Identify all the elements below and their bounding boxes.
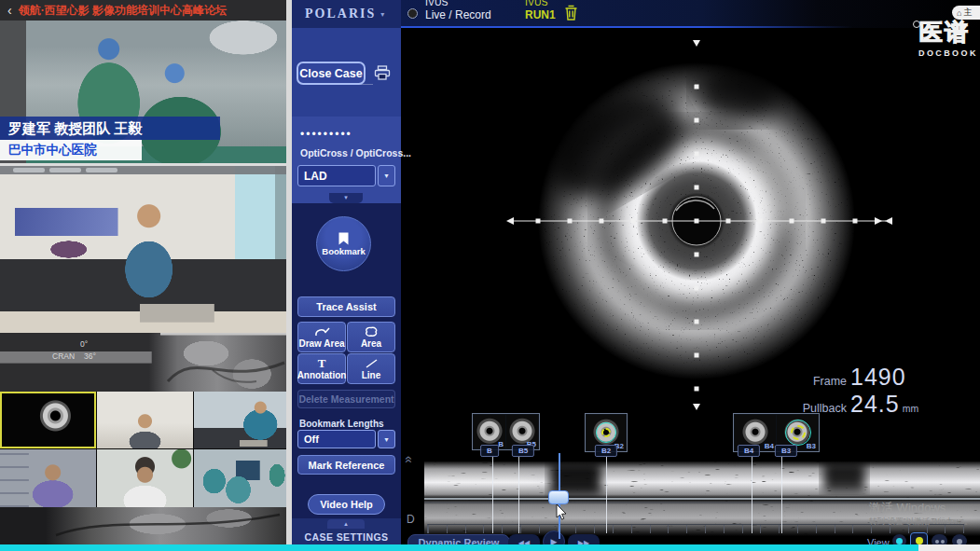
back-chevron-icon[interactable]: ‹: [7, 4, 12, 17]
line-icon: [365, 357, 379, 369]
trace-assist-button[interactable]: Trace Assist: [297, 296, 395, 317]
mouse-cursor: [556, 504, 567, 524]
playhead-handle[interactable]: [548, 490, 569, 504]
close-case-button[interactable]: Close Case: [297, 62, 366, 85]
frame-readout: Frame 1490 Pullback 24.5 mm: [772, 364, 921, 418]
windows-activation-watermark: 激活 Windows 转到“设置”以激活 Windows。: [869, 501, 973, 527]
case-settings-label[interactable]: CASE SETTINGS: [292, 531, 401, 543]
participant-tile[interactable]: [0, 449, 96, 507]
bookmark-lengths-label: Bookmark Lengths: [299, 419, 384, 429]
home-button[interactable]: ⌂ 主: [952, 6, 980, 20]
brand-cn: 医谱: [919, 17, 980, 48]
annotation-button[interactable]: T Annotation: [297, 353, 346, 384]
polaris-header[interactable]: POLARIS ▾: [292, 0, 401, 29]
ivus-display: IVUS Live / Record IVUS RUN1: [401, 0, 980, 551]
participant-tile-screenshare[interactable]: [0, 392, 96, 448]
bookmark-line[interactable]: [492, 457, 493, 533]
bookmark-line[interactable]: [518, 457, 519, 533]
vessel-select[interactable]: LAD ▼: [297, 165, 395, 186]
print-icon[interactable]: [374, 65, 391, 84]
run-line2: RUN1: [525, 8, 556, 22]
participant-grid: [0, 392, 286, 507]
line-label: Line: [362, 370, 381, 380]
masked-patient-id: •••••••••: [300, 128, 352, 141]
angiography-video-bottom[interactable]: [0, 507, 286, 544]
expand-tab[interactable]: ▴: [327, 519, 365, 529]
draw-area-button[interactable]: Draw Area: [297, 322, 346, 352]
bookmark-tag[interactable]: B2: [595, 445, 617, 457]
webinar-player: ‹ 领航·西望心影 影像功能培训中心高峰论坛 罗建军 教授团队 王毅 巴中市中心…: [0, 0, 980, 551]
bookmark-line[interactable]: [606, 457, 607, 533]
angiography-video[interactable]: 0° CRAN 36°: [0, 333, 286, 392]
area-button[interactable]: Area: [347, 322, 395, 352]
chevron-down-icon[interactable]: ▾: [380, 10, 384, 19]
watermark-line2: 转到“设置”以激活 Windows。: [869, 517, 973, 527]
mode-line2: Live / Record: [425, 8, 491, 22]
bookmark-thumb[interactable]: B5: [506, 415, 538, 448]
docbook-logo: ⌂ 主 医谱 DOCBOOK: [915, 6, 980, 58]
surgeon-caption: 罗建军 教授团队 王毅: [0, 117, 220, 140]
bookmark-line[interactable]: [752, 457, 752, 533]
run-tab[interactable]: IVUS RUN1: [525, 0, 556, 22]
annotation-label: Annotation: [297, 370, 347, 380]
bookmark-thumb[interactable]: B: [474, 415, 505, 448]
chevron-down-icon[interactable]: ▼: [378, 165, 395, 186]
area-icon: [364, 325, 379, 337]
annotation-icon: T: [318, 357, 326, 369]
draw-area-label: Draw Area: [298, 338, 344, 349]
brand-en: DOCBOOK: [918, 48, 980, 58]
delete-run-icon[interactable]: [564, 5, 578, 24]
frame-value: 1490: [850, 364, 906, 391]
bookmark-line[interactable]: [781, 457, 782, 533]
live-record-tab[interactable]: IVUS Live / Record: [425, 0, 491, 22]
participant-tile[interactable]: [194, 392, 286, 448]
video-help-button[interactable]: Video Help: [308, 494, 385, 515]
vessel-value: LAD: [297, 165, 376, 186]
chevron-down-icon[interactable]: ▼: [378, 430, 395, 448]
angio-angle-bottom: 36°: [84, 352, 96, 361]
bookmark-tag[interactable]: B4: [738, 445, 760, 457]
video-progress-bar[interactable]: [0, 544, 980, 551]
participant-tile[interactable]: [194, 449, 286, 507]
depth-axis-label: D: [407, 513, 415, 526]
bookmark-label: Bookmark: [322, 246, 365, 256]
bookmark-lengths-value: Off: [297, 430, 376, 448]
collapse-tab[interactable]: ▾: [329, 193, 363, 203]
collapse-chevron-icon[interactable]: «: [402, 456, 417, 463]
polaris-logo: POLARIS: [305, 7, 376, 21]
participant-tile[interactable]: [97, 449, 193, 507]
ivus-cross-section[interactable]: [401, 26, 980, 418]
angio-angle-top: 0°: [80, 340, 88, 349]
vessel-tracing: [0, 507, 286, 544]
stream-title: 领航·西望心影 影像功能培训中心高峰论坛: [19, 3, 227, 19]
mode-line1: IVUS: [425, 0, 491, 8]
bookmark-id: B4: [765, 442, 774, 450]
mark-reference-button[interactable]: Mark Reference: [297, 455, 395, 475]
speaker-video-toolbar: [0, 166, 286, 174]
delete-measurement-button: Delete Measurement: [297, 390, 395, 408]
polaris-panel: POLARIS ▾ Close Case ••••••••• OptiCross…: [292, 0, 401, 551]
measurement-ring-icon: [601, 428, 611, 437]
stream-title-bar: ‹ 领航·西望心影 影像功能培训中心高峰论坛: [0, 0, 286, 21]
vessel-tracing: [0, 333, 286, 392]
pullback-value: 24.5: [850, 391, 900, 418]
speaker-video[interactable]: [0, 163, 286, 333]
draw-area-icon: [314, 325, 330, 337]
bookmark-tag[interactable]: B: [480, 445, 499, 457]
line-button[interactable]: Line: [347, 353, 395, 384]
run-line1: IVUS: [525, 0, 556, 8]
pullback-unit: mm: [903, 403, 919, 414]
participant-tile[interactable]: [97, 392, 193, 448]
bookmark-id: B: [498, 440, 504, 448]
frame-label: Frame: [772, 375, 850, 388]
bookmark-tag[interactable]: B5: [512, 445, 534, 457]
watermark-line1: 激活 Windows: [869, 501, 973, 517]
case-section: Close Case: [292, 28, 401, 117]
bookmark-lengths-select[interactable]: Off ▼: [297, 430, 395, 448]
bookmark-button[interactable]: Bookmark: [316, 216, 371, 271]
angio-cran-label: CRAN: [52, 352, 75, 361]
bookmark-tag[interactable]: B3: [775, 445, 797, 457]
record-icon[interactable]: [407, 8, 418, 19]
catheter-label: OptiCross / OptiCross...: [300, 147, 411, 158]
device-section: ••••••••• OptiCross / OptiCross... LAD ▼…: [292, 117, 401, 203]
